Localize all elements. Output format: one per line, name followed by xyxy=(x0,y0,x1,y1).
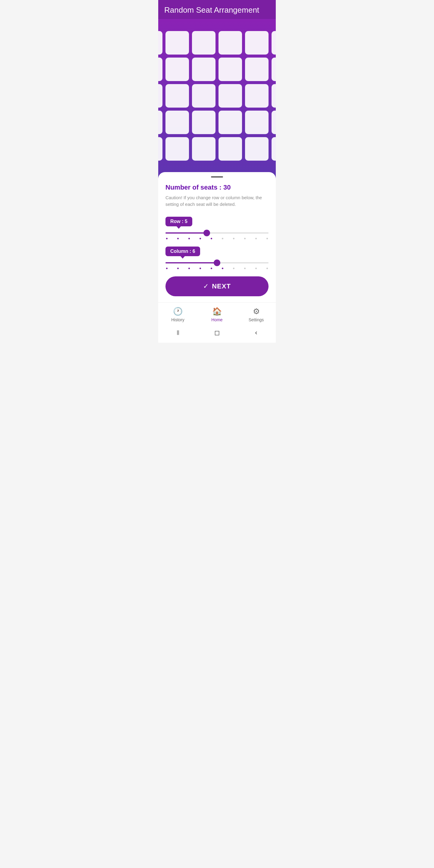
bottom-nav: 🕐 History 🏠 Home ⚙ Settings xyxy=(158,302,276,325)
page-title: Random Seat Arrangement xyxy=(164,5,270,15)
slider-dot xyxy=(222,268,223,269)
seat-cell[interactable] xyxy=(158,84,162,107)
seat-grid xyxy=(158,31,276,161)
bottom-panel: Number of seats : 30 Caution! If you cha… xyxy=(158,172,276,302)
nav-label-settings: Settings xyxy=(249,317,264,322)
seat-cell[interactable] xyxy=(245,31,269,55)
seats-count-label: Number of seats : 30 xyxy=(165,184,269,191)
seat-cell[interactable] xyxy=(158,137,162,161)
seat-cell[interactable] xyxy=(165,111,189,134)
seat-cell[interactable] xyxy=(192,31,216,55)
nav-label-history: History xyxy=(171,317,184,322)
seat-cell[interactable] xyxy=(165,137,189,161)
seat-cell[interactable] xyxy=(272,111,276,134)
row-tooltip: Row : 5 xyxy=(165,217,192,226)
seat-cell[interactable] xyxy=(192,137,216,161)
col-slider-wrapper[interactable] xyxy=(165,260,269,266)
nav-item-home[interactable]: 🏠 Home xyxy=(204,307,230,322)
slider-dot xyxy=(233,238,235,239)
settings-icon: ⚙ xyxy=(253,307,260,316)
seat-cell[interactable] xyxy=(192,58,216,81)
seat-cell[interactable] xyxy=(158,58,162,81)
app-header: Random Seat Arrangement xyxy=(158,0,276,19)
col-slider-section: Column : 6 xyxy=(165,247,269,269)
next-button-label: NEXT xyxy=(212,282,231,290)
history-icon: 🕐 xyxy=(173,307,183,316)
seat-cell[interactable] xyxy=(165,84,189,107)
slider-dot xyxy=(199,238,201,239)
seat-cell[interactable] xyxy=(218,31,242,55)
slider-dot xyxy=(267,268,268,269)
slider-dot xyxy=(244,268,246,269)
menu-button[interactable]: ⦀ xyxy=(172,329,184,337)
seat-cell[interactable] xyxy=(272,84,276,107)
home-button[interactable]: ◻ xyxy=(211,329,223,337)
system-nav: ⦀ ◻ ‹ xyxy=(158,325,276,343)
nav-item-settings[interactable]: ⚙ Settings xyxy=(243,307,270,322)
slider-dot xyxy=(177,238,179,239)
seat-cell[interactable] xyxy=(245,58,269,81)
slider-dot xyxy=(211,238,212,239)
seat-cell[interactable] xyxy=(218,58,242,81)
seat-cell[interactable] xyxy=(272,137,276,161)
seat-cell[interactable] xyxy=(218,111,242,134)
slider-dot xyxy=(199,268,201,269)
seat-cell[interactable] xyxy=(192,111,216,134)
seat-cell[interactable] xyxy=(165,58,189,81)
row-slider-dots xyxy=(165,238,269,239)
drag-handle[interactable] xyxy=(211,176,223,178)
row-slider-section: Row : 5 xyxy=(165,217,269,239)
slider-dot xyxy=(255,238,257,239)
seat-cell[interactable] xyxy=(245,137,269,161)
nav-label-home: Home xyxy=(211,317,222,322)
back-button[interactable]: ‹ xyxy=(250,329,262,337)
check-icon: ✓ xyxy=(203,282,209,290)
slider-dot xyxy=(188,268,190,269)
seat-cell[interactable] xyxy=(245,111,269,134)
home-icon: 🏠 xyxy=(212,307,222,316)
seat-cell[interactable] xyxy=(165,31,189,55)
seat-cell[interactable] xyxy=(158,31,162,55)
slider-dot xyxy=(244,238,246,239)
seat-cell[interactable] xyxy=(192,84,216,107)
slider-dot xyxy=(233,268,235,269)
caution-text: Caution! If you change row or column bel… xyxy=(165,194,269,208)
slider-dot xyxy=(267,238,268,239)
seat-cell[interactable] xyxy=(272,58,276,81)
slider-dot xyxy=(166,238,167,239)
seat-cell[interactable] xyxy=(245,84,269,107)
seat-cell[interactable] xyxy=(218,84,242,107)
next-button[interactable]: ✓ NEXT xyxy=(165,276,269,296)
seat-cell[interactable] xyxy=(218,137,242,161)
nav-item-history[interactable]: 🕐 History xyxy=(164,307,191,322)
row-slider-wrapper[interactable] xyxy=(165,230,269,236)
col-slider-dots xyxy=(165,268,269,269)
col-tooltip: Column : 6 xyxy=(165,247,200,256)
slider-dot xyxy=(255,268,257,269)
slider-dot xyxy=(177,268,179,269)
slider-dot xyxy=(211,268,212,269)
slider-dot xyxy=(188,238,190,239)
seat-cell[interactable] xyxy=(272,31,276,55)
seat-area xyxy=(158,19,276,179)
slider-dot xyxy=(166,268,167,269)
seat-cell[interactable] xyxy=(158,111,162,134)
slider-dot xyxy=(222,238,223,239)
